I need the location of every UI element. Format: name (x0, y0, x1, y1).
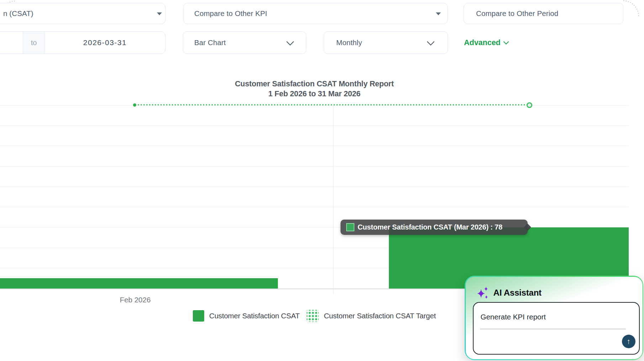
chevron-down-icon (503, 39, 509, 44)
gridline (0, 125, 629, 126)
input-divider (480, 329, 626, 329)
bar-feb-2026[interactable] (0, 278, 278, 289)
kpi-dashboard: n (CSAT) Compare to Other KPI Compare to… (0, 0, 644, 361)
legend-item-target[interactable]: Customer Satisfaction CSAT Target (307, 310, 436, 322)
ai-prompt-text: Generate KPI report (481, 313, 546, 321)
target-line-end-marker (527, 102, 532, 108)
gridline (0, 146, 629, 146)
legend-swatch-solid (193, 310, 204, 322)
chart-title-line1: Customer Satisfaction CSAT Monthly Repor… (0, 79, 629, 89)
ai-assistant-panel: AI Assistant Generate KPI report ↑ (465, 276, 643, 360)
arrow-up-icon: ↑ (627, 338, 630, 345)
sparkles-icon (476, 286, 489, 300)
chart-type-select[interactable]: Bar Chart (183, 31, 306, 54)
kpi-select-value: n (CSAT) (3, 3, 33, 24)
chevron-down-icon (427, 38, 434, 45)
granularity-select[interactable]: Monthly (324, 31, 448, 54)
date-end-input[interactable]: 2026-03-31 (45, 32, 165, 54)
chart-tooltip: Customer Satisfaction CSAT (Mar 2026) : … (341, 220, 528, 235)
date-to-label: to (23, 32, 45, 54)
caret-down-icon (157, 12, 162, 15)
date-start-input[interactable] (0, 32, 23, 54)
gridline (0, 187, 629, 187)
x-axis-label-feb: Feb 2026 (100, 296, 171, 304)
chevron-down-icon (286, 38, 294, 45)
ai-assistant-panel-body: AI Assistant Generate KPI report ↑ (466, 277, 643, 359)
tooltip-text: Customer Satisfaction CSAT (Mar 2026) : … (358, 223, 502, 231)
legend-item-csat[interactable]: Customer Satisfaction CSAT (193, 310, 300, 322)
target-line-start-dot (133, 103, 136, 107)
legend-label-csat: Customer Satisfaction CSAT (209, 312, 300, 320)
compare-period-value: Compare to Other Period (476, 3, 558, 24)
legend-swatch-dotted (307, 310, 319, 322)
compare-period-select[interactable]: Compare to Other Period (464, 3, 623, 24)
gridline (0, 166, 629, 167)
ai-assistant-title: AI Assistant (493, 288, 542, 298)
date-range-control: to 2026-03-31 (0, 31, 165, 54)
target-line (135, 104, 528, 106)
kpi-select[interactable]: n (CSAT) (0, 3, 165, 24)
compare-kpi-value: Compare to Other KPI (194, 3, 267, 24)
gridline-vertical (333, 105, 333, 294)
chart-title: Customer Satisfaction CSAT Monthly Repor… (0, 79, 629, 99)
send-button[interactable]: ↑ (622, 335, 635, 348)
chart-title-line2: 1 Feb 2026 to 31 Mar 2026 (0, 89, 629, 99)
advanced-toggle[interactable]: Advanced (464, 31, 508, 54)
legend-label-target: Customer Satisfaction CSAT Target (324, 312, 436, 320)
ai-assistant-header: AI Assistant (476, 286, 542, 300)
caret-down-icon (436, 12, 441, 15)
ai-prompt-input[interactable]: Generate KPI report ↑ (473, 302, 640, 355)
tooltip-series-swatch (346, 223, 354, 231)
chart-type-value: Bar Chart (194, 32, 226, 54)
granularity-value: Monthly (336, 32, 362, 54)
gridline (0, 207, 629, 207)
advanced-label: Advanced (464, 38, 501, 47)
compare-kpi-select[interactable]: Compare to Other KPI (183, 3, 448, 24)
